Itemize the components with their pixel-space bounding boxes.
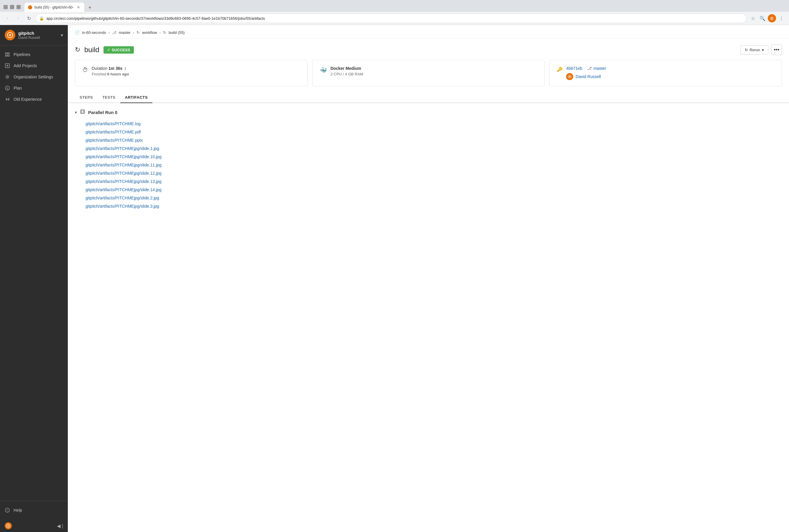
info-icon: ℹ <box>125 66 126 71</box>
status-text: SUCCESS <box>112 48 130 52</box>
tab-close-button[interactable]: ✕ <box>76 5 81 10</box>
breadcrumb-sep-1: › <box>109 30 110 35</box>
svg-point-16 <box>8 525 9 527</box>
app-container: gitpitch David Russell ▾ Pipelines <box>0 25 789 532</box>
artifact-link-slide1[interactable]: gitpitch/artifacts/PITCHMEjpg/slide.1.jp… <box>86 146 159 151</box>
breadcrumb-sep-3: › <box>160 30 161 35</box>
sidebar-nav: Pipelines Add Projects <box>0 45 68 501</box>
page-title: build <box>84 46 99 54</box>
key-icon: 🔑 <box>557 66 563 72</box>
duration-content: Duration 1m 36s ℹ Finished 6 hours ago <box>92 66 129 76</box>
breadcrumb-workflow[interactable]: workflow <box>142 30 157 35</box>
list-item: gitpitch/artifacts/PITCHME.log <box>86 119 782 128</box>
tab-steps[interactable]: STEPS <box>75 92 97 103</box>
address-bar[interactable]: 🔒 app.circleci.com/pipelines/github/gitp… <box>35 14 747 23</box>
sidebar-item-add-projects[interactable]: Add Projects <box>0 60 68 71</box>
window-controls[interactable]: — ❐ ✕ <box>3 5 21 9</box>
profile-button[interactable]: D <box>768 14 776 22</box>
maximize-button[interactable]: ❐ <box>10 5 14 9</box>
list-item: gitpitch/artifacts/PITCHMEjpg/slide.11.j… <box>86 161 782 169</box>
rerun-dropdown-icon: ▾ <box>762 48 764 52</box>
sidebar-footer: ? Help <box>0 501 68 519</box>
browser-chrome: — ❐ ✕ build (55) - gitpitch/in-60- ✕ + ‹… <box>0 0 789 25</box>
minimize-button[interactable]: — <box>3 5 8 9</box>
url-text: app.circleci.com/pipelines/github/gitpit… <box>46 16 743 21</box>
breadcrumb: 📄 in-60-seconds › ⎇ master › ↻ workflow … <box>68 25 789 39</box>
new-tab-button[interactable]: + <box>86 3 94 12</box>
svg-text:?: ? <box>6 509 8 512</box>
page-header: ↻ build ✓ SUCCESS ↻ Rerun ▾ ••• <box>68 39 789 60</box>
duration-value: 1m 36s <box>109 66 122 71</box>
sidebar-item-old-experience[interactable]: Old Experience <box>0 94 68 105</box>
tab-bar: build (55) - gitpitch/in-60- ✕ + <box>24 2 786 12</box>
back-button[interactable]: ‹ <box>3 14 12 22</box>
list-item: gitpitch/artifacts/PITCHMEjpg/slide.12.j… <box>86 169 782 177</box>
branch-link[interactable]: master <box>593 66 606 71</box>
build-icon: ↻ <box>75 46 80 54</box>
collapse-sidebar-button[interactable]: ◀ | <box>57 523 63 529</box>
artifact-link-slide12[interactable]: gitpitch/artifacts/PITCHMEjpg/slide.12.j… <box>86 171 162 175</box>
breadcrumb-branch[interactable]: master <box>119 30 131 35</box>
more-options-button[interactable]: ••• <box>771 44 782 55</box>
parallel-run-title: Parallel Run 0 <box>88 110 117 115</box>
user-link[interactable]: David Russell <box>575 74 601 79</box>
svg-point-1 <box>9 34 11 36</box>
circleci-small-logo <box>5 522 12 529</box>
extensions-button[interactable]: 🔍 <box>758 14 767 22</box>
org-settings-icon <box>5 74 10 79</box>
ssl-lock-icon: 🔒 <box>39 16 44 21</box>
artifact-link-slide14[interactable]: gitpitch/artifacts/PITCHMEjpg/slide.14.j… <box>86 187 162 192</box>
artifact-link-pdf[interactable]: gitpitch/artifacts/PITCHME.pdf <box>86 130 141 134</box>
header-actions: ↻ Rerun ▾ ••• <box>740 44 782 55</box>
page-title-area: ↻ build ✓ SUCCESS <box>75 46 134 54</box>
active-tab[interactable]: build (55) - gitpitch/in-60- ✕ <box>24 2 85 12</box>
sidebar-item-help[interactable]: ? Help <box>0 505 68 516</box>
artifacts-section: ▾ Parallel Run 0 gitpitch/artifacts/PITC… <box>68 109 789 210</box>
forward-button[interactable]: › <box>14 14 22 22</box>
org-name: gitpitch <box>18 31 58 36</box>
sidebar-item-org-settings[interactable]: Organization Settings <box>0 71 68 82</box>
artifact-link-log[interactable]: gitpitch/artifacts/PITCHME.log <box>86 121 141 126</box>
rerun-button[interactable]: ↻ Rerun ▾ <box>740 45 768 55</box>
repo-icon: 📄 <box>75 30 79 35</box>
environment-card: 🐳 Docker Medium 2 CPU / 4 GB RAM <box>312 60 545 86</box>
pipelines-icon <box>5 52 10 57</box>
artifact-link-slide11[interactable]: gitpitch/artifacts/PITCHMEjpg/slide.11.j… <box>86 163 162 167</box>
org-settings-label: Organization Settings <box>14 75 53 79</box>
user-name: David Russell <box>18 36 58 40</box>
plan-label: Plan <box>14 86 22 91</box>
svg-rect-2 <box>5 53 7 54</box>
breadcrumb-job[interactable]: build (55) <box>169 30 185 35</box>
plan-icon: $ <box>5 86 10 91</box>
svg-rect-4 <box>5 55 7 56</box>
branch-row: ⎇ master <box>587 66 606 71</box>
artifact-link-slide3[interactable]: gitpitch/artifacts/PITCHMEjpg/slide.3.jp… <box>86 204 159 209</box>
bookmark-button[interactable]: ☆ <box>749 14 757 22</box>
artifact-link-slide10[interactable]: gitpitch/artifacts/PITCHMEjpg/slide.10.j… <box>86 154 162 159</box>
sidebar-item-pipelines[interactable]: Pipelines <box>0 49 68 60</box>
list-item: gitpitch/artifacts/PITCHMEjpg/slide.3.jp… <box>86 202 782 210</box>
svg-point-9 <box>6 76 8 78</box>
commit-card: 🔑 4b671eb ⎇ master <box>549 60 782 86</box>
status-badge: ✓ SUCCESS <box>104 46 134 54</box>
breadcrumb-sep-2: › <box>133 30 134 35</box>
menu-button[interactable]: ⋮ <box>777 14 786 22</box>
brand-logo-icon <box>5 30 15 40</box>
artifact-link-pptx[interactable]: gitpitch/artifacts/PITCHME.pptx <box>86 138 143 142</box>
parallel-run-header[interactable]: ▾ Parallel Run 0 <box>75 109 782 115</box>
duration-card: ⏱ Duration 1m 36s ℹ Finished 6 hours ago <box>75 60 308 86</box>
artifact-link-slide13[interactable]: gitpitch/artifacts/PITCHMEjpg/slide.13.j… <box>86 179 162 184</box>
artifact-link-slide2[interactable]: gitpitch/artifacts/PITCHMEjpg/slide.2.jp… <box>86 195 159 200</box>
branch-icon: ⎇ <box>587 66 592 71</box>
breadcrumb-repo[interactable]: in-60-seconds <box>82 30 106 35</box>
tab-tests[interactable]: TESTS <box>97 92 120 103</box>
sidebar-item-plan[interactable]: $ Plan <box>0 82 68 94</box>
sidebar-brand[interactable]: gitpitch David Russell ▾ <box>0 25 68 45</box>
docker-icon: 🐳 <box>319 66 327 74</box>
reload-button[interactable]: ↻ <box>25 14 33 22</box>
commit-hash-link[interactable]: 4b671eb <box>566 66 582 71</box>
tab-artifacts[interactable]: ARTIFACTS <box>120 92 152 103</box>
close-button[interactable]: ✕ <box>17 5 21 9</box>
environment-sub: 2 CPU / 4 GB RAM <box>331 72 363 76</box>
artifact-list: gitpitch/artifacts/PITCHME.log gitpitch/… <box>75 119 782 210</box>
